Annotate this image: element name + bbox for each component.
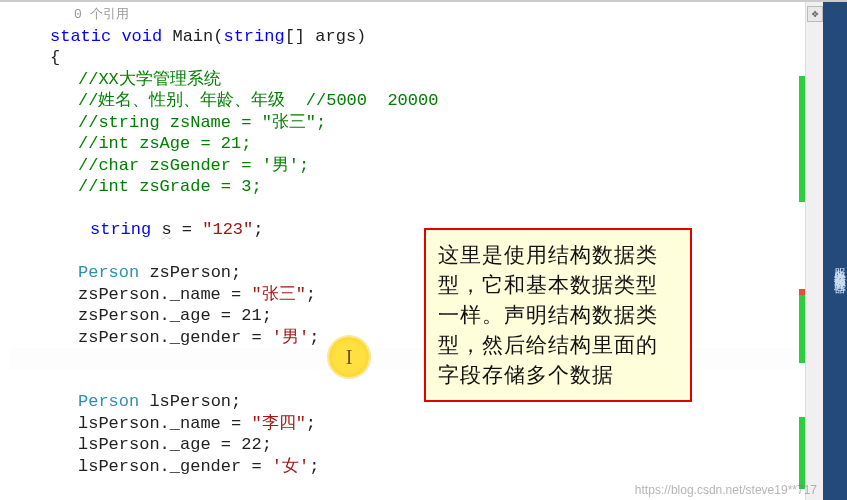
code-line: //姓名、性别、年龄、年级 //5000 20000 — [10, 90, 799, 112]
code-line: lsPerson._gender = '女'; — [10, 456, 799, 478]
code-line: //char zsGender = '男'; — [10, 155, 799, 177]
server-explorer-tab[interactable]: 服务器资源管理器 — [823, 2, 847, 500]
cursor-highlight-icon: I — [329, 337, 369, 377]
code-line: //int zsGrade = 3; — [10, 176, 799, 198]
code-line: lsPerson._age = 22; — [10, 434, 799, 456]
watermark-text: https://blog.csdn.net/steve19**717 — [635, 483, 817, 497]
codelens[interactable]: 0 个引用 — [10, 4, 799, 26]
vertical-scrollbar[interactable]: ✥ — [805, 2, 823, 500]
code-line: static void Main(string[] args) — [10, 26, 799, 48]
code-line: //XX大学管理系统 — [10, 69, 799, 91]
code-line: //int zsAge = 21; — [10, 133, 799, 155]
code-line — [10, 198, 799, 220]
annotation-callout: 这里是使用结构数据类型，它和基本数据类型一样。声明结构数据类型，然后给结构里面的… — [424, 228, 692, 402]
code-line: //string zsName = "张三"; — [10, 112, 799, 134]
code-line: { — [10, 47, 799, 69]
code-line: lsPerson._name = "李四"; — [10, 413, 799, 435]
scroll-up-button[interactable]: ✥ — [807, 6, 823, 22]
